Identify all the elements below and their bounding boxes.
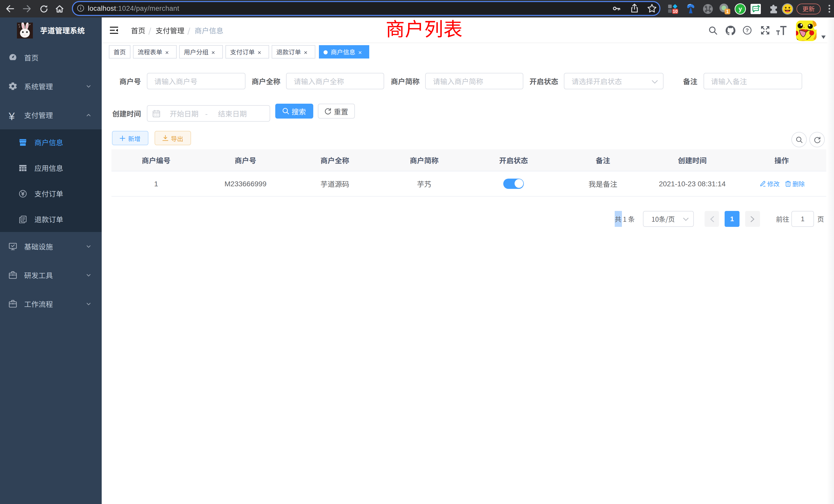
svg-text:1: 1: [726, 9, 729, 14]
svg-text:y: y: [738, 5, 742, 12]
svg-text:?: ?: [746, 27, 749, 33]
svg-text:10: 10: [673, 9, 678, 14]
